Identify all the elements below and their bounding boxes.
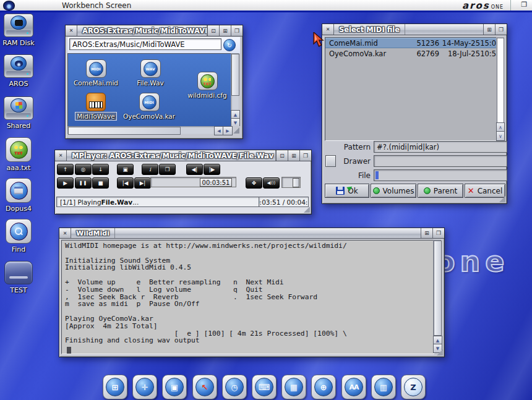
volume-button[interactable]: ◀))): [263, 177, 280, 189]
path-input[interactable]: [70, 39, 221, 49]
dock-prefs-time[interactable]: ◷: [222, 375, 247, 399]
dock-prefs-screenmode[interactable]: ▣: [162, 375, 187, 399]
volume-slider[interactable]: [282, 177, 300, 187]
depth-gadget[interactable]: ❐: [299, 150, 311, 161]
info-button[interactable]: i: [142, 164, 158, 175]
close-gadget[interactable]: ✕: [322, 24, 334, 35]
file-browser-titlebar[interactable]: ✕ AROS:Extras/Music/MidiToWAVE ⊡ ⊞ ❐: [66, 25, 242, 36]
owl-eyes-icon: [14, 146, 23, 149]
video-window-button[interactable]: ▣: [117, 164, 134, 175]
iconify-gadget[interactable]: ⊡: [276, 150, 288, 161]
workbench-screen: one Workbench Screen aros one ❐ RAM Disk…: [0, 0, 532, 400]
prev-button[interactable]: |◀: [117, 177, 134, 189]
depth-gadget[interactable]: ❐: [432, 228, 444, 238]
eject-button[interactable]: ↑: [57, 164, 74, 175]
terminal-cursor: [67, 347, 71, 354]
dopus4-app-icon: [6, 178, 32, 203]
zoom-gadget[interactable]: ⊞: [288, 150, 299, 161]
resize-gadget[interactable]: [499, 196, 505, 202]
window-title: MPlayer: AROS:Extras/Music/MidiToWAVE/Fi…: [67, 150, 276, 161]
dock-prefs-screens[interactable]: ▥: [371, 375, 396, 399]
resize-gadget[interactable]: [233, 127, 239, 134]
dock-prefs-locale[interactable]: ⊕: [311, 375, 336, 399]
list-scroll-down-button[interactable]: ∨: [496, 131, 505, 141]
dialog-titlebar[interactable]: ✕ Select MIDI file ⊞ ❐: [322, 24, 507, 35]
pattern-input[interactable]: [374, 142, 507, 152]
pattern-label: Pattern: [324, 143, 371, 151]
desktop-icon-aaa-txt[interactable]: TXT aaa.txt: [1, 137, 36, 172]
save-stream-button[interactable]: ↓: [92, 164, 109, 175]
depth-gadget[interactable]: ❐: [231, 25, 242, 36]
dock-prefs-input[interactable]: ⌨: [252, 375, 277, 399]
screen-title-bar: Workbench Screen aros one ❐: [0, 0, 532, 12]
dock-prefs-pointer[interactable]: ↖: [192, 375, 217, 399]
file-icon-oyecomova[interactable]: MIDI OyeComoVa.kar: [122, 93, 176, 120]
zoom-gadget[interactable]: ⊞: [219, 25, 231, 36]
window-title: WildMidi: [71, 228, 115, 238]
resize-gadget[interactable]: [437, 349, 443, 355]
play-button[interactable]: ▶: [57, 177, 74, 189]
ram-disk-drive-icon: [4, 14, 33, 37]
terminal-scroll-thumb[interactable]: [434, 240, 442, 336]
dock-zune-prefs[interactable]: Z: [401, 375, 426, 399]
file-input[interactable]: [374, 170, 507, 181]
dock-prefs-workbench[interactable]: ⊞: [103, 375, 127, 399]
close-gadget[interactable]: ✕: [59, 228, 71, 238]
desktop-icon-test[interactable]: TEST: [1, 261, 36, 294]
drawer-label: Drawer: [324, 157, 371, 166]
terminal-output[interactable]: WildMIDI homepage is at http://www.mindw…: [61, 240, 434, 354]
fullscreen-button[interactable]: ✥: [246, 177, 262, 189]
next-button[interactable]: ▶|: [134, 177, 151, 189]
playlist-button[interactable]: ❐: [159, 164, 176, 175]
aros-logo-icon: [15, 61, 23, 67]
path-go-button[interactable]: ↻: [223, 39, 236, 51]
desktop-icon-dopus4[interactable]: Dopus4: [1, 178, 36, 213]
list-scroll-thumb[interactable]: [497, 38, 504, 123]
scroll-right-button[interactable]: ▶: [223, 126, 233, 135]
test-drive-icon: [4, 261, 33, 284]
volumes-button[interactable]: Volumes: [371, 184, 416, 198]
desktop-icon-aros[interactable]: AROS: [1, 54, 36, 88]
resize-gadget[interactable]: [304, 206, 310, 213]
ok-button[interactable]: Ok: [325, 184, 369, 198]
dock-prefs-expansion[interactable]: ✛: [132, 375, 157, 399]
zoom-gadget[interactable]: ⊞: [483, 24, 495, 35]
dock-prefs-windows[interactable]: ▦: [281, 375, 306, 399]
desktop-icon-ram-disk[interactable]: RAM Disk: [1, 14, 36, 47]
parent-button[interactable]: Parent: [418, 184, 463, 198]
file-browser-window: ✕ AROS:Extras/Music/MidiToWAVE ⊡ ⊞ ❐ ↻ M…: [65, 25, 243, 139]
wildmidi-titlebar[interactable]: ✕ WildMidi ⊞ ❐: [59, 228, 444, 239]
desktop-icon-find[interactable]: Find: [1, 219, 36, 253]
iconify-gadget[interactable]: ⊡: [207, 25, 219, 36]
midi-file-icon: MIDI: [139, 93, 160, 111]
expansion-prefs-icon: ✛: [135, 378, 154, 396]
close-gadget[interactable]: ✕: [66, 25, 77, 36]
aros-kitty-icon: [3, 1, 15, 11]
hscroll-thumb[interactable]: [68, 127, 181, 135]
zoom-gadget[interactable]: ⊞: [421, 228, 432, 238]
file-icon-wildmidicfg[interactable]: TXT wildmidi.cfg: [181, 72, 234, 99]
seek-bar[interactable]: 00:03:51: [151, 177, 236, 187]
pause-button[interactable]: ❚❚: [75, 177, 92, 189]
file-icon-comemai[interactable]: MIDI ComeMai.mid: [69, 59, 122, 87]
frame-forward-button[interactable]: |▶: [204, 164, 220, 175]
screen-depth-gadget[interactable]: ❐: [521, 1, 527, 9]
depth-gadget[interactable]: ❐: [495, 24, 507, 35]
file-row[interactable]: OyeComoVa.kar 62769 18-Jul-25 10:5: [325, 48, 496, 59]
dock-prefs-fonts[interactable]: AA: [341, 375, 366, 399]
green-dot-icon: [424, 187, 431, 194]
volume-knob[interactable]: [293, 178, 299, 187]
open-disc-button[interactable]: ◎: [75, 164, 92, 175]
drawer-input[interactable]: [374, 156, 507, 166]
desktop-icon-shared[interactable]: Shared: [1, 96, 36, 130]
mplayer-window: ✕ MPlayer: AROS:Extras/Music/MidiToWAVE/…: [54, 150, 312, 215]
file-icon-miditowave[interactable]: MidiToWave: [69, 93, 122, 120]
file-row-selected[interactable]: ComeMai.mid 51236 14-May-25 15:0: [325, 38, 496, 48]
vscroll-thumb[interactable]: [231, 54, 239, 96]
mplayer-titlebar[interactable]: ✕ MPlayer: AROS:Extras/Music/MidiToWAVE/…: [55, 150, 311, 161]
stop-button[interactable]: ■: [92, 177, 109, 189]
horizontal-scrollbar: ◀ ▶: [67, 126, 240, 135]
file-icon-filewav[interactable]: WAV File.Wav: [124, 59, 177, 87]
frame-back-button[interactable]: ◀|: [186, 164, 203, 175]
close-gadget[interactable]: ✕: [55, 150, 67, 161]
